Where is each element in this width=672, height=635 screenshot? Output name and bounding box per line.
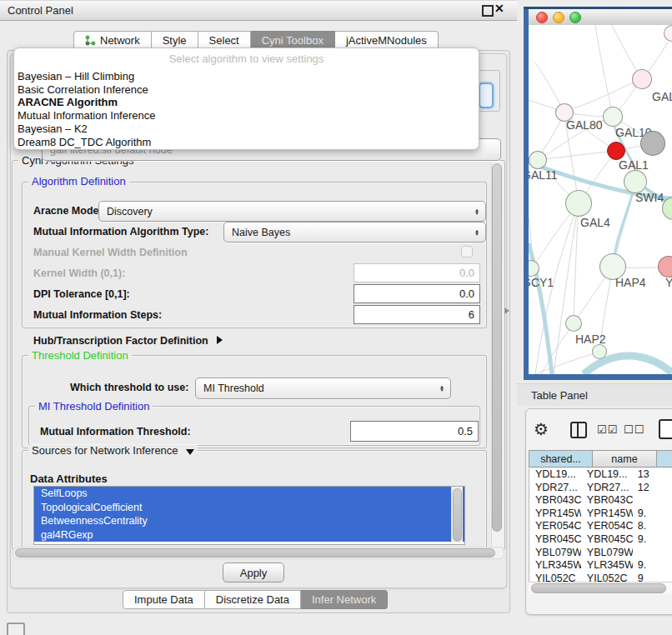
dropdown-item-basic-correlation-inference[interactable]: Basic Correlation Inference [14, 83, 479, 97]
zoom-traffic-light[interactable] [569, 12, 581, 23]
table-row[interactable]: YER054CYER054C8. [529, 520, 672, 533]
table-row[interactable]: YIL052CYIL052C9 [529, 572, 672, 582]
sources-group-title[interactable]: Sources for Network Inference [28, 445, 198, 456]
tab-label: Infer Network [312, 593, 376, 606]
table-cell: 9. [633, 533, 672, 547]
table-panel-title: Table Panel [531, 389, 588, 402]
table-cell: 13 [633, 468, 672, 482]
hub-definition-label: Hub/Transcription Factor Definition [33, 335, 208, 347]
which-threshold-combobox[interactable]: MI Threshold ▲▼ [195, 378, 451, 399]
deselect-all-checkboxes-icon[interactable]: ☐☐ [624, 423, 644, 436]
mi-threshold-field[interactable]: 0.5 [350, 421, 479, 442]
tab-label: Network [100, 34, 140, 47]
dpi-tolerance-field[interactable]: 0.0 [354, 284, 480, 303]
manual-kernel-checkbox[interactable] [461, 246, 473, 258]
table-cell: YBL079W [529, 547, 581, 560]
mi-type-value: Naive Bayes [232, 227, 290, 238]
minimized-panel-icon[interactable] [7, 622, 25, 635]
attribute-item-betweennesscentrality[interactable]: BetweennessCentrality [34, 514, 464, 528]
table-cell: 12 [633, 482, 672, 495]
table-row[interactable]: YBL079WYBL079W [529, 547, 672, 560]
settings-hscrollbar-thumb[interactable] [15, 548, 495, 558]
aracne-mode-value: Discovery [107, 206, 153, 218]
network-node[interactable] [640, 131, 665, 156]
collapse-arrow-icon [186, 449, 194, 455]
dropdown-placeholder: Select algorithm to view settings [14, 52, 479, 65]
attribute-item-topologicalcoefficient[interactable]: TopologicalCoefficient [34, 501, 464, 515]
mi-steps-field[interactable]: 6 [354, 305, 480, 324]
network-node-gal10[interactable] [603, 107, 623, 127]
table-cell: YER054C [529, 520, 581, 533]
close-traffic-light[interactable] [536, 12, 548, 23]
table-cell: YLR345W [581, 559, 633, 572]
mi-type-combobox[interactable]: Naive Bayes ▲▼ [223, 222, 486, 242]
table-row[interactable]: YLR345WYLR345W9. [529, 559, 672, 572]
network-node[interactable] [592, 344, 607, 359]
table-row[interactable]: YDR27...YDR27...12 [529, 482, 672, 495]
bottom-tabbar: Impute DataDiscretize DataInfer Network [123, 590, 388, 609]
table-cell: 9 [633, 572, 672, 582]
algorithm-dropdown[interactable]: Select algorithm to view settings Bayesi… [13, 48, 479, 150]
kernel-width-field[interactable]: 0.0 [354, 263, 480, 282]
close-icon[interactable]: ✕ [494, 2, 504, 15]
dropdown-item-bayesian-hill-climbing[interactable]: Bayesian – Hill Climbing [14, 70, 479, 83]
select-all-checkboxes-icon[interactable]: ☑☑ [597, 423, 618, 436]
table-row[interactable]: YBR043CYBR043C [529, 494, 672, 508]
which-threshold-label: Which threshold to use: [70, 382, 188, 393]
table-row[interactable]: YPR145WYPR145W9. [529, 508, 672, 521]
table-function-icon[interactable] [659, 419, 672, 439]
network-canvas[interactable]: GALGAL80GAL10GAL1GAL11SWI4GAL4GCY1HAP4YH… [529, 25, 672, 374]
table-hscrollbar-thumb[interactable] [531, 583, 666, 593]
network-node-label-swi4: SWI4 [635, 191, 664, 204]
float-panel-icon[interactable] [482, 5, 494, 17]
aracne-mode-combobox[interactable]: Discovery ▲▼ [98, 201, 486, 222]
network-node-swi4[interactable] [624, 170, 647, 193]
dropdown-item-dream8-dc-tdc-algorithm[interactable]: Dream8 DC_TDC Algorithm [14, 136, 479, 149]
dpi-tolerance-value: 0.0 [459, 288, 474, 300]
network-node-gal[interactable] [632, 69, 652, 89]
hub-definition-toggle[interactable]: Hub/Transcription Factor Definition [33, 332, 223, 348]
network-window-titlebar[interactable] [529, 9, 672, 26]
tab-infer-network[interactable]: Infer Network [301, 590, 388, 609]
attributes-scrollbar-thumb[interactable] [453, 488, 462, 542]
algorithm-definition-title: Algorithm Definition [28, 176, 129, 187]
network-node-gal4[interactable] [565, 190, 592, 217]
table-column-header-shared[interactable]: shared... [529, 450, 593, 468]
network-node-gal11[interactable] [529, 151, 547, 169]
table-cell: YPR145W [581, 508, 633, 521]
screen: Control Panel ✕ NetworkStyleSelectCyni T… [0, 0, 672, 635]
columns-icon[interactable] [570, 422, 587, 438]
panel-collapse-handle[interactable] [504, 308, 509, 314]
table-cell: 9. [633, 508, 672, 521]
network-node-label-gal11: GAL11 [529, 168, 558, 182]
settings-scrollbar-thumb[interactable] [492, 163, 502, 532]
network-node-gal1[interactable] [607, 142, 625, 160]
data-attributes-list[interactable]: SelfLoopsTopologicalCoefficientBetweenne… [33, 486, 465, 545]
attribute-item-selfloops[interactable]: SelfLoops [34, 487, 464, 501]
tab-discretize-data[interactable]: Discretize Data [205, 590, 301, 609]
mi-type-label: Mutual Information Algorithm Type: [33, 226, 208, 238]
dropdown-item-bayesian-k2[interactable]: Bayesian – K2 [14, 122, 479, 136]
dropdown-item-mutual-information-inference[interactable]: Mutual Information Inference [14, 109, 479, 122]
network-node-hap2[interactable] [565, 315, 582, 332]
table-column-header-2[interactable] [657, 450, 672, 468]
table-row[interactable]: YDL19...YDL19...13 [529, 468, 672, 482]
hidden-focused-combobox-fragment[interactable] [479, 82, 494, 108]
table-row[interactable]: YBR045CYBR045C9. [529, 533, 672, 547]
table-cell: YLR345W [529, 559, 581, 572]
network-node-label-gal: GAL [652, 90, 672, 103]
tab-impute-data[interactable]: Impute Data [123, 590, 205, 609]
tab-label: Discretize Data [216, 593, 289, 606]
tab-label: Style [163, 34, 187, 47]
apply-button[interactable]: Apply [223, 562, 284, 582]
minimize-traffic-light[interactable] [553, 12, 564, 23]
table-column-header-name[interactable]: name [593, 450, 657, 468]
table-cell: YDR27... [581, 482, 633, 495]
dropdown-item-aracne-algorithm[interactable]: ARACNE Algorithm [14, 96, 479, 109]
gear-icon[interactable]: ⚙ [534, 419, 549, 439]
attribute-item-gal4rgexp[interactable]: gal4RGexp [34, 528, 464, 542]
tab-label: jActiveMNodules [346, 34, 427, 47]
table-cell: YIL052C [529, 572, 581, 582]
mi-steps-value: 6 [469, 308, 474, 321]
table-cell: YBR043C [581, 494, 633, 508]
